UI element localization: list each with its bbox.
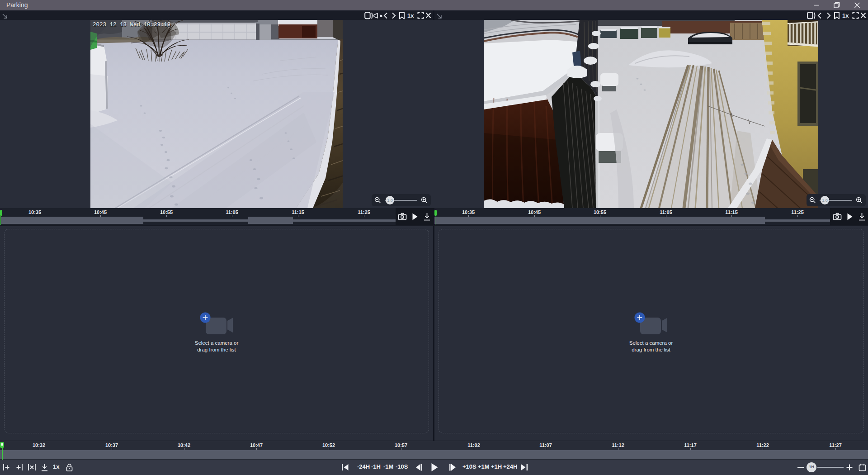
- svg-text:2023 12 13 Wed 10:29:19: 2023 12 13 Wed 10:29:19: [93, 22, 171, 28]
